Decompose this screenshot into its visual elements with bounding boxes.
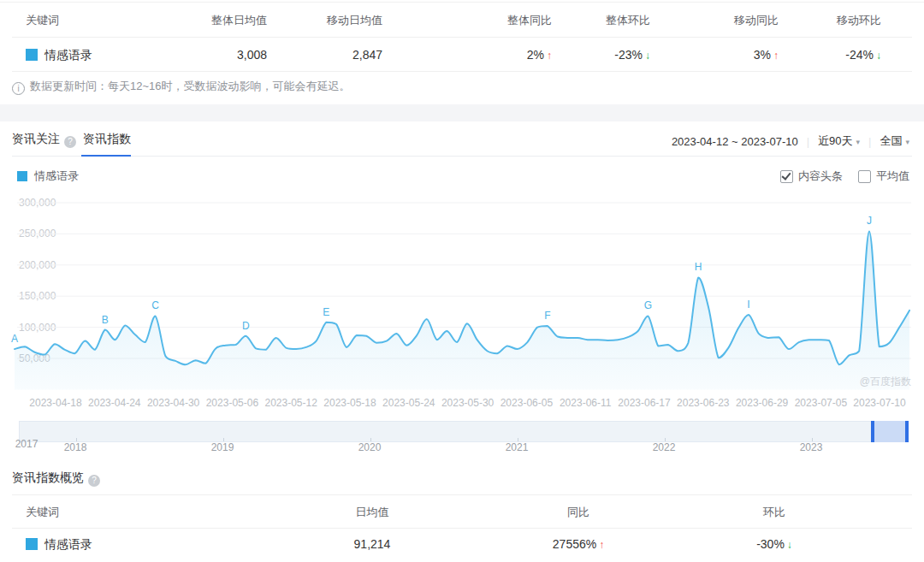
- overall-mom-value: -23%↓: [614, 48, 650, 62]
- event-marker-G[interactable]: G: [641, 299, 654, 311]
- event-marker-A[interactable]: A: [8, 333, 21, 345]
- x-tick-label: 2023-05-18: [323, 397, 376, 409]
- event-marker-C[interactable]: C: [149, 299, 163, 311]
- overview-title: 资讯指数概览?: [12, 470, 100, 487]
- x-tick-label: 2023-06-11: [560, 397, 612, 409]
- baidu-index-page: 关键词 整体日均值 移动日均值 整体同比 整体环比 移动同比 移动环比 情感语录…: [0, 0, 924, 562]
- index-card: 资讯关注? 资讯指数 2023-04-12 ~ 2023-07-10 | 近90…: [0, 121, 924, 562]
- slider-selection[interactable]: [871, 421, 909, 442]
- caret-down-icon: ▾: [905, 138, 909, 146]
- x-tick-label: 2023-05-12: [264, 397, 317, 409]
- timeline-slider[interactable]: [19, 421, 909, 442]
- col-header-mobile-yoy: 移动同比: [734, 13, 779, 28]
- year-label-2020: 2020: [358, 441, 382, 453]
- average-checkbox[interactable]: 平均值: [858, 169, 909, 184]
- event-marker-F[interactable]: F: [541, 310, 554, 322]
- active-tab-underline: [81, 155, 131, 157]
- section-gap: [0, 104, 924, 121]
- keyword-label: 情感语录: [44, 48, 92, 62]
- up-arrow-icon: ↑: [599, 539, 604, 551]
- update-note: i数据更新时间：每天12~16时，受数据波动影响，可能会有延迟。: [12, 79, 351, 95]
- date-range[interactable]: 2023-04-12 ~ 2023-07-10: [672, 135, 798, 148]
- x-tick-label: 2023-05-24: [382, 397, 435, 409]
- x-tick-label: 2023-06-23: [677, 397, 729, 409]
- tab-info-index[interactable]: 资讯指数: [83, 132, 131, 147]
- col-header-overall-mom: 整体环比: [606, 13, 650, 28]
- help-icon[interactable]: ?: [88, 475, 100, 487]
- col-header-keyword: 关键词: [26, 13, 59, 28]
- ov-col-mom: 环比: [763, 505, 785, 520]
- keyword-color-swatch: [26, 538, 38, 550]
- chart-controls: 2023-04-12 ~ 2023-07-10 | 近90天▾ | 全国▾: [672, 133, 909, 149]
- col-header-overall-yoy: 整体同比: [507, 13, 552, 28]
- checkbox-unchecked-icon: [858, 170, 871, 183]
- help-icon[interactable]: ?: [64, 136, 76, 148]
- ov-col-keyword: 关键词: [26, 505, 59, 520]
- chart-zone: 50,000100,000150,000200,000250,000300,00…: [0, 195, 924, 469]
- year-label-2017: 2017: [15, 438, 38, 450]
- checkbox-checked-icon: [780, 170, 793, 183]
- ov-yoy-value: 27556%↑: [553, 537, 604, 551]
- year-label-2021: 2021: [506, 441, 529, 453]
- up-arrow-icon: ↑: [547, 50, 552, 62]
- down-arrow-icon: ↓: [645, 50, 650, 62]
- summary-divider-1: [12, 37, 912, 38]
- info-icon: i: [12, 82, 25, 95]
- mobile-daily-value: 2,847: [352, 48, 382, 62]
- keyword-cell[interactable]: 情感语录: [26, 48, 92, 63]
- summary-divider-2: [12, 71, 912, 72]
- mobile-mom-value: -24%↓: [845, 48, 881, 62]
- event-marker-H[interactable]: H: [691, 261, 705, 273]
- card-top-border: [0, 2, 924, 3]
- ov-mom-value: -30%↓: [756, 537, 792, 551]
- tab-info-attention[interactable]: 资讯关注?: [12, 132, 76, 148]
- col-header-mobile-daily: 移动日均值: [327, 13, 382, 28]
- x-tick-label: 2023-06-17: [618, 397, 670, 409]
- period-dropdown[interactable]: 近90天▾: [818, 133, 860, 149]
- col-header-mobile-mom: 移动环比: [837, 13, 881, 28]
- control-separator: |: [868, 135, 871, 148]
- down-arrow-icon: ↓: [787, 539, 792, 551]
- x-tick-label: 2023-07-10: [853, 397, 905, 409]
- watermark: @百度指数: [860, 375, 911, 389]
- down-arrow-icon: ↓: [876, 50, 881, 62]
- legend-label: 情感语录: [34, 169, 79, 184]
- ov-col-daily: 日均值: [356, 505, 389, 520]
- ov-keyword-cell[interactable]: 情感语录: [26, 537, 92, 553]
- year-label-2023: 2023: [800, 441, 823, 453]
- event-marker-B[interactable]: B: [98, 314, 112, 326]
- overall-yoy-value: 2%↑: [527, 48, 552, 62]
- x-tick-label: 2023-04-30: [147, 397, 199, 409]
- chart-options: 内容头条 平均值: [780, 169, 909, 184]
- up-arrow-icon: ↑: [773, 50, 779, 62]
- keyword-color-swatch: [26, 49, 38, 61]
- legend-color-swatch: [17, 171, 27, 181]
- overview-header-divider: [12, 528, 912, 529]
- year-label-2019: 2019: [211, 441, 234, 453]
- x-tick-label: 2023-06-05: [500, 397, 553, 409]
- col-header-overall-daily: 整体日均值: [211, 13, 267, 28]
- x-tick-label: 2023-04-24: [88, 397, 140, 409]
- overall-daily-value: 3,008: [237, 48, 267, 62]
- x-tick-label: 2023-04-18: [29, 397, 81, 409]
- event-marker-E[interactable]: E: [319, 306, 333, 318]
- headline-checkbox[interactable]: 内容头条: [780, 169, 843, 184]
- series-legend[interactable]: 情感语录: [17, 169, 79, 184]
- year-label-2018: 2018: [64, 441, 87, 453]
- overview-table-top-border: [12, 494, 912, 495]
- x-tick-label: 2023-06-29: [736, 397, 788, 409]
- event-marker-D[interactable]: D: [239, 320, 252, 332]
- control-separator: |: [807, 135, 809, 148]
- x-tick-label: 2023-05-06: [206, 397, 258, 409]
- summary-card: 关键词 整体日均值 移动日均值 整体同比 整体环比 移动同比 移动环比 情感语录…: [0, 0, 924, 104]
- region-dropdown[interactable]: 全国▾: [880, 133, 909, 149]
- event-marker-I[interactable]: I: [742, 299, 755, 311]
- x-tick-label: 2023-05-30: [441, 397, 494, 409]
- tabs-bottom-border: [12, 156, 912, 157]
- ov-daily-value: 91,214: [354, 537, 391, 551]
- caret-down-icon: ▾: [856, 138, 861, 146]
- x-tick-label: 2023-07-05: [795, 397, 847, 409]
- year-label-2022: 2022: [653, 441, 676, 453]
- event-marker-J[interactable]: J: [862, 215, 876, 227]
- chart-plot[interactable]: [0, 195, 924, 393]
